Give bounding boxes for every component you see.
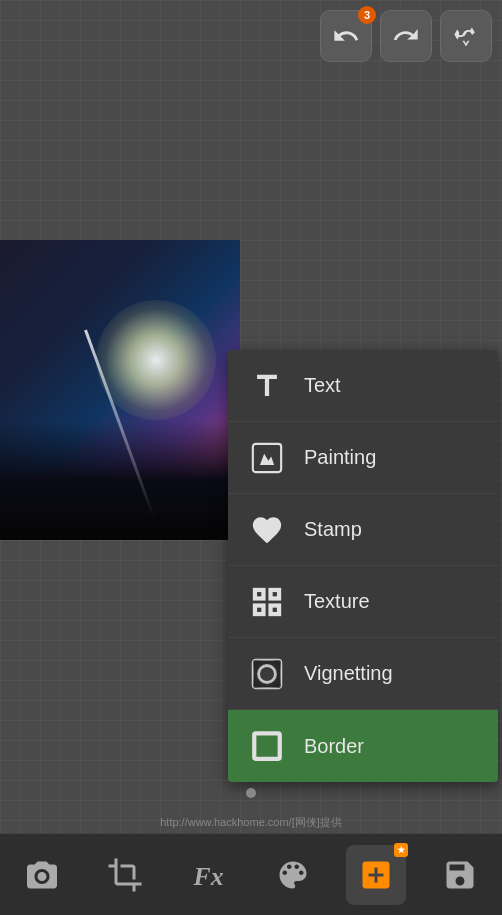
effects-icon: Fx (191, 857, 227, 893)
menu-item-texture[interactable]: Texture (228, 566, 498, 638)
save-icon (442, 857, 478, 893)
add-badge: ★ (394, 843, 408, 857)
menu-texture-label: Texture (304, 590, 370, 613)
recycle-button[interactable] (440, 10, 492, 62)
svg-rect-0 (253, 443, 281, 471)
camera-button[interactable] (12, 845, 72, 905)
scroll-indicator (246, 788, 256, 798)
menu-stamp-label: Stamp (304, 518, 362, 541)
menu-item-border[interactable]: Border (228, 710, 498, 782)
menu-item-stamp[interactable]: Stamp (228, 494, 498, 566)
menu-item-painting[interactable]: Painting (228, 422, 498, 494)
vignetting-icon (248, 655, 286, 693)
menu-item-vignetting[interactable]: Vignetting (228, 638, 498, 710)
menu-vignetting-label: Vignetting (304, 662, 393, 685)
tools-dropdown: Text Painting Stamp (228, 350, 498, 782)
stamp-icon (248, 511, 286, 549)
menu-painting-label: Painting (304, 446, 376, 469)
bottom-toolbar: Fx ★ (0, 833, 502, 915)
top-toolbar: 3 (320, 10, 492, 62)
crop-button[interactable] (95, 845, 155, 905)
save-button[interactable] (430, 845, 490, 905)
texture-icon (248, 583, 286, 621)
svg-rect-6 (273, 592, 277, 596)
svg-rect-7 (257, 607, 261, 611)
menu-text-label: Text (304, 374, 341, 397)
palette-button[interactable] (263, 845, 323, 905)
svg-rect-11 (253, 659, 281, 687)
photo-canvas (0, 240, 240, 540)
menu-border-label: Border (304, 735, 364, 758)
image-overlay (0, 420, 240, 540)
painting-icon (248, 439, 286, 477)
svg-rect-5 (257, 592, 261, 596)
undo-icon (332, 22, 360, 50)
text-icon (248, 367, 286, 405)
redo-button[interactable] (380, 10, 432, 62)
svg-text:Fx: Fx (193, 862, 224, 891)
recycle-icon (452, 22, 480, 50)
menu-item-text[interactable]: Text (228, 350, 498, 422)
add-icon (358, 857, 394, 893)
undo-button[interactable]: 3 (320, 10, 372, 62)
svg-rect-12 (254, 733, 280, 759)
border-icon (248, 727, 286, 765)
effects-button[interactable]: Fx (179, 845, 239, 905)
crop-icon (107, 857, 143, 893)
undo-badge: 3 (358, 6, 376, 24)
palette-icon (275, 857, 311, 893)
redo-icon (392, 22, 420, 50)
camera-icon (24, 857, 60, 893)
add-button[interactable]: ★ (346, 845, 406, 905)
watermark: http://www.hackhome.com/[网侠]提供 (0, 815, 502, 830)
svg-rect-8 (273, 607, 277, 611)
